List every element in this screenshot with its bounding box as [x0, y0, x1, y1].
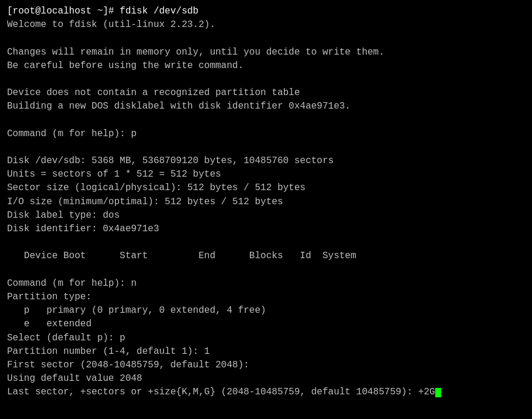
terminal-line-partition-number: Partition number (1-4, default 1): 1	[7, 345, 525, 359]
terminal-line-disk-info1: Disk /dev/sdb: 5368 MB, 5368709120 bytes…	[7, 154, 525, 168]
terminal-line-empty6	[7, 263, 525, 277]
terminal-cursor	[435, 388, 441, 397]
terminal-line-device-line1: Device does not contain a recognized par…	[7, 86, 525, 100]
terminal-line-table-header: Device Boot Start End Blocks Id System	[7, 249, 525, 263]
terminal-window: [root@localhost ~]# fdisk /dev/sdbWelcom…	[0, 0, 532, 419]
terminal-line-empty2	[7, 73, 525, 86]
terminal-line-disk-info3: Sector size (logical/physical): 512 byte…	[7, 181, 525, 195]
terminal-line-cmd2: Command (m for help): n	[7, 277, 525, 290]
terminal-line-disk-info5: Disk label type: dos	[7, 209, 525, 222]
terminal-line-disk-info2: Units = sectors of 1 * 512 = 512 bytes	[7, 168, 525, 181]
terminal-line-empty1	[7, 32, 525, 45]
terminal-line-cmd1: Command (m for help): p	[7, 127, 525, 141]
terminal-line-last-sector: Last sector, +sectors or +size{K,M,G} (2…	[7, 386, 525, 399]
terminal-line-partition-type: Partition type:	[7, 290, 525, 304]
terminal-line-part-e: e extended	[7, 317, 525, 331]
terminal-line-part-p: p primary (0 primary, 0 extended, 4 free…	[7, 304, 525, 317]
terminal-line-first-sector: First sector (2048-10485759, default 204…	[7, 359, 525, 372]
terminal-line-device-line2: Building a new DOS disklabel with disk i…	[7, 100, 525, 113]
terminal-line-cmd-prompt: [root@localhost ~]# fdisk /dev/sdb	[7, 5, 525, 18]
terminal-line-disk-info6: Disk identifier: 0x4ae971e3	[7, 222, 525, 236]
terminal-line-empty5	[7, 236, 525, 249]
terminal-line-changes-warn1: Changes will remain in memory only, unti…	[7, 46, 525, 59]
terminal-line-empty4	[7, 141, 525, 154]
terminal-line-disk-info4: I/O size (minimum/optimal): 512 bytes / …	[7, 195, 525, 209]
terminal-line-welcome: Welcome to fdisk (util-linux 2.23.2).	[7, 18, 525, 32]
terminal-line-select-default: Select (default p): p	[7, 332, 525, 345]
terminal-line-changes-warn2: Be careful before using the write comman…	[7, 59, 525, 73]
terminal-line-empty3	[7, 114, 525, 127]
terminal-line-using-default: Using default value 2048	[7, 372, 525, 386]
